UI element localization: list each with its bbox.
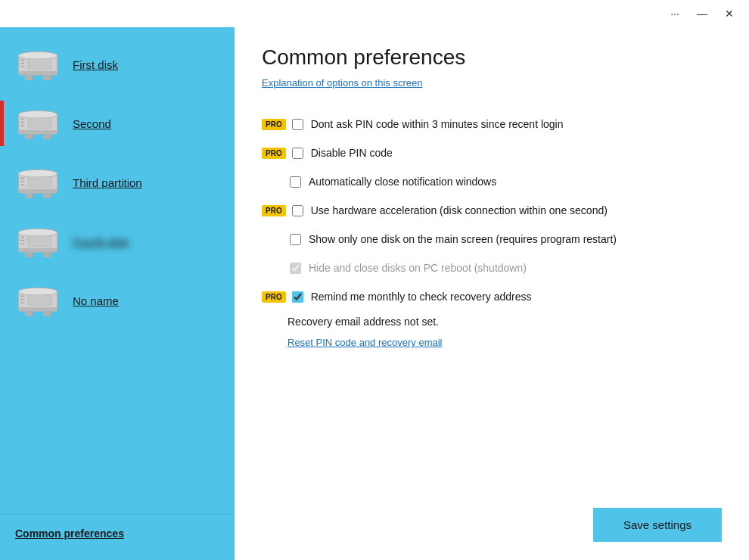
save-button[interactable]: Save settings — [593, 508, 722, 542]
svg-rect-38 — [18, 307, 57, 311]
disk-icon-third-partition — [15, 163, 61, 201]
svg-rect-29 — [18, 248, 57, 252]
checkbox-opt3[interactable] — [290, 176, 301, 188]
svg-rect-21 — [20, 178, 24, 179]
svg-rect-32 — [20, 243, 24, 244]
recovery-email-text: Recovery email address not set. — [262, 313, 722, 331]
option-label-opt5: Show only one disk on the main screen (r… — [309, 233, 617, 245]
option-label-opt3: Automatically close notification windows — [309, 176, 496, 188]
sidebar-item-third-partition[interactable]: Third partition — [0, 153, 235, 212]
minimize-button[interactable]: — — [688, 0, 716, 27]
svg-rect-6 — [28, 59, 51, 70]
option-row-opt1: PRODont ask PIN code within 3 minutes si… — [262, 110, 722, 138]
checkbox-opt4[interactable] — [292, 205, 303, 216]
disk-icon-first-disk — [15, 45, 61, 83]
page-title: Common preferences — [262, 45, 722, 70]
svg-rect-14 — [20, 125, 24, 126]
reset-link[interactable]: Reset PIN code and recovery email — [262, 331, 722, 354]
svg-rect-15 — [28, 118, 51, 129]
svg-rect-34 — [25, 252, 33, 257]
pro-badge-opt4: PRO — [262, 205, 286, 216]
option-row-opt7: PRORemind me monthly to check recovery a… — [262, 282, 722, 311]
svg-rect-17 — [43, 134, 51, 139]
svg-rect-22 — [20, 181, 24, 182]
option-label-opt4: Use hardware acceleration (disk connecti… — [311, 204, 608, 216]
option-label-opt7: Remind me monthly to check recovery addr… — [311, 291, 532, 303]
svg-point-37 — [18, 288, 57, 295]
checkbox-opt6[interactable] — [290, 263, 301, 274]
svg-rect-20 — [18, 189, 57, 193]
titlebar: ··· — ✕ — [0, 0, 749, 27]
pro-badge-opt1: PRO — [262, 119, 286, 130]
sidebar-item-fourth[interactable]: Fourth disk — [0, 212, 235, 271]
checkbox-opt2[interactable] — [292, 148, 303, 159]
disk-label-third-partition: Third partition — [73, 176, 142, 189]
sidebar-item-second[interactable]: Second — [0, 94, 235, 153]
option-row-opt3: Automatically close notification windows — [262, 167, 722, 196]
option-row-opt4: PROUse hardware acceleration (disk conne… — [262, 196, 722, 225]
svg-point-1 — [18, 51, 57, 59]
close-button[interactable]: ✕ — [716, 0, 743, 27]
sidebar: First disk Second Third partition — [0, 27, 235, 560]
disk-label-no-name: No name — [73, 294, 119, 307]
checkbox-opt5[interactable] — [290, 234, 301, 245]
sidebar-item-no-name[interactable]: No name — [0, 271, 235, 330]
svg-rect-11 — [18, 130, 57, 134]
svg-rect-41 — [20, 302, 24, 303]
svg-rect-13 — [20, 122, 24, 123]
option-row-opt5: Show only one disk on the main screen (r… — [262, 225, 722, 254]
disk-label-first-disk: First disk — [73, 58, 118, 71]
checkbox-opt7[interactable] — [292, 291, 303, 303]
save-row: Save settings — [262, 496, 722, 542]
svg-rect-5 — [20, 66, 24, 67]
explanation-link[interactable]: Explanation of options on this screen — [262, 77, 722, 89]
more-button[interactable]: ··· — [661, 0, 688, 27]
svg-rect-40 — [20, 299, 24, 300]
svg-point-28 — [18, 229, 57, 236]
option-label-opt2: Disable PIN code — [311, 147, 393, 159]
svg-rect-16 — [25, 134, 33, 139]
svg-rect-3 — [20, 60, 24, 61]
content-area: Common preferences Explanation of option… — [235, 27, 749, 560]
svg-rect-8 — [43, 75, 51, 80]
svg-rect-31 — [20, 240, 24, 241]
option-label-opt6: Hide and close disks on PC reboot (shutd… — [309, 262, 527, 274]
sidebar-item-first-disk[interactable]: First disk — [0, 35, 235, 94]
svg-rect-30 — [20, 237, 24, 238]
option-label-opt1: Dont ask PIN code within 3 minutes since… — [311, 118, 564, 130]
disk-icon-no-name — [15, 282, 61, 319]
svg-rect-25 — [25, 193, 33, 198]
svg-rect-7 — [25, 75, 33, 80]
sidebar-bottom: Common preferences — [0, 514, 235, 552]
pro-badge-opt7: PRO — [262, 291, 286, 303]
main-layout: First disk Second Third partition — [0, 27, 749, 560]
checkbox-opt1[interactable] — [292, 119, 303, 130]
disk-label-second: Second — [73, 117, 111, 130]
disk-icon-second — [15, 104, 61, 142]
common-preferences-link[interactable]: Common preferences — [15, 527, 124, 540]
svg-rect-23 — [20, 184, 24, 185]
svg-rect-26 — [43, 193, 51, 198]
disk-label-fourth: Fourth disk — [73, 235, 129, 248]
option-row-opt6: Hide and close disks on PC reboot (shutd… — [262, 254, 722, 282]
svg-point-19 — [18, 170, 57, 177]
svg-rect-44 — [43, 311, 51, 316]
svg-rect-33 — [28, 236, 51, 247]
svg-rect-12 — [20, 119, 24, 120]
option-row-opt2: PRODisable PIN code — [262, 138, 722, 167]
svg-rect-35 — [43, 252, 51, 257]
disk-icon-fourth — [15, 222, 61, 260]
pro-badge-opt2: PRO — [262, 148, 286, 159]
svg-point-10 — [18, 110, 57, 118]
svg-rect-42 — [28, 295, 51, 306]
svg-rect-24 — [28, 177, 51, 188]
svg-rect-2 — [18, 71, 57, 75]
svg-rect-4 — [20, 63, 24, 64]
options-list: PRODont ask PIN code within 3 minutes si… — [262, 110, 722, 311]
svg-rect-43 — [25, 311, 33, 316]
svg-rect-39 — [20, 296, 24, 297]
